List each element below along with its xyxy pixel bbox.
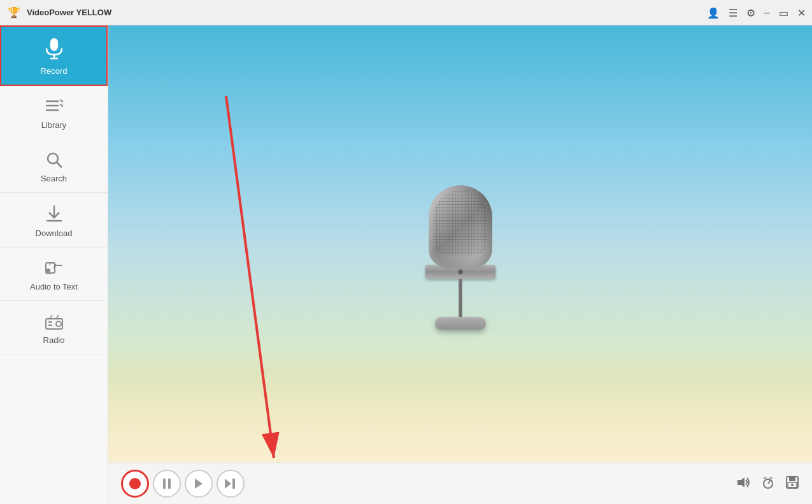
list-icon[interactable]: ☰ bbox=[729, 7, 737, 19]
svg-point-32 bbox=[791, 484, 794, 486]
svg-point-14 bbox=[56, 321, 61, 326]
audio-to-text-icon bbox=[45, 259, 64, 277]
svg-rect-20 bbox=[168, 479, 171, 489]
sidebar-item-download[interactable]: Download bbox=[0, 193, 108, 248]
player-bar bbox=[108, 463, 812, 504]
svg-rect-0 bbox=[50, 38, 58, 51]
svg-point-12 bbox=[46, 269, 50, 272]
audio-to-text-label: Audio to Text bbox=[30, 282, 78, 291]
download-icon bbox=[45, 204, 63, 223]
volume-icon[interactable] bbox=[737, 476, 751, 492]
svg-marker-24 bbox=[737, 477, 744, 487]
sidebar-item-radio[interactable]: Radio bbox=[0, 301, 108, 354]
app-title: VideoPower YELLOW bbox=[27, 8, 111, 17]
download-label: Download bbox=[36, 228, 73, 238]
svg-marker-22 bbox=[225, 479, 231, 489]
sidebar-item-audio-to-text[interactable]: Audio to Text bbox=[0, 248, 108, 301]
window-controls: 👤 ☰ ⚙ – ▭ ✕ bbox=[707, 0, 806, 25]
library-icon bbox=[45, 97, 64, 115]
main-layout: Record Library bbox=[0, 25, 812, 504]
radio-label: Radio bbox=[43, 335, 65, 345]
settings-icon[interactable]: ⚙ bbox=[746, 7, 755, 19]
search-label: Search bbox=[41, 174, 67, 183]
svg-rect-13 bbox=[46, 319, 62, 329]
svg-rect-30 bbox=[789, 477, 795, 481]
save-icon[interactable] bbox=[785, 476, 799, 492]
user-icon[interactable]: 👤 bbox=[707, 7, 720, 19]
svg-rect-19 bbox=[163, 479, 166, 489]
mic-band-dot bbox=[457, 269, 464, 275]
mic-base bbox=[435, 317, 486, 330]
sidebar: Record Library bbox=[0, 25, 108, 504]
svg-line-27 bbox=[764, 477, 766, 479]
title-bar: 🏆 VideoPower YELLOW 👤 ☰ ⚙ – ▭ ✕ bbox=[0, 0, 812, 25]
svg-line-26 bbox=[768, 480, 771, 484]
minimize-button[interactable]: – bbox=[764, 7, 770, 18]
mic-head bbox=[429, 185, 492, 268]
microphone-icon bbox=[44, 38, 64, 61]
skip-button[interactable] bbox=[217, 470, 245, 498]
record-label: Record bbox=[41, 66, 68, 76]
record-button[interactable] bbox=[121, 470, 149, 498]
content-area bbox=[108, 25, 812, 504]
svg-line-28 bbox=[770, 477, 773, 479]
speed-icon[interactable] bbox=[761, 476, 775, 492]
player-right-controls bbox=[737, 476, 799, 492]
sidebar-item-search[interactable]: Search bbox=[0, 139, 108, 193]
app-logo: 🏆 bbox=[6, 5, 22, 20]
play-button[interactable] bbox=[185, 470, 213, 498]
microphone-illustration bbox=[425, 185, 495, 330]
sidebar-item-library[interactable]: Library bbox=[0, 86, 108, 139]
search-icon bbox=[45, 151, 63, 169]
library-label: Library bbox=[41, 120, 67, 130]
svg-rect-23 bbox=[232, 479, 235, 489]
sidebar-item-record[interactable]: Record bbox=[0, 25, 108, 86]
svg-line-7 bbox=[57, 162, 62, 167]
record-dot bbox=[129, 478, 141, 489]
radio-icon bbox=[45, 312, 64, 330]
pause-button[interactable] bbox=[153, 470, 181, 498]
svg-point-6 bbox=[48, 153, 58, 164]
close-button[interactable]: ✕ bbox=[797, 7, 806, 19]
maximize-button[interactable]: ▭ bbox=[779, 7, 788, 19]
mic-neck bbox=[459, 279, 462, 317]
svg-marker-21 bbox=[195, 479, 203, 489]
